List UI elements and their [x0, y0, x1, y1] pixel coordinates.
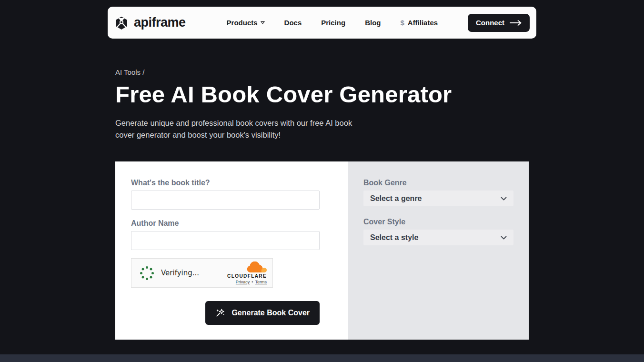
book-genre-label: Book Genre	[363, 179, 407, 187]
author-name-input[interactable]	[131, 231, 320, 250]
nav-links: Products Docs Pricing Blog $Affiliates	[227, 19, 438, 27]
form-section: What's the book title? Author Name Verif…	[115, 161, 348, 340]
nav-item-blog[interactable]: Blog	[365, 19, 381, 27]
dollar-icon: $	[400, 19, 404, 27]
top-navbar: apiframe Products Docs Pricing Blog $Aff…	[108, 7, 536, 39]
cloudflare-wordmark: CLOUDFLARE	[227, 273, 267, 279]
cloudflare-turnstile-widget[interactable]: Verifying... CLOUDFLARE Privacy •	[131, 258, 273, 288]
nav-item-docs[interactable]: Docs	[284, 19, 302, 27]
chevron-down-icon	[501, 236, 507, 240]
arrow-right-icon	[510, 20, 522, 26]
brand-logo[interactable]: apiframe	[114, 15, 186, 30]
nav-item-products[interactable]: Products	[227, 19, 265, 27]
cover-style-select[interactable]: Select a style	[363, 230, 513, 245]
footer-strip	[0, 354, 644, 362]
link-separator: •	[252, 280, 253, 284]
cover-style-label: Cover Style	[363, 218, 513, 226]
chevron-down-icon	[261, 21, 265, 24]
apiframe-cube-icon	[114, 16, 129, 30]
brand-name: apiframe	[134, 15, 186, 30]
verifying-spinner-icon	[140, 266, 154, 280]
page-subtitle: Generate unique and professional book co…	[115, 117, 361, 141]
cloudflare-cloud-icon	[247, 261, 267, 273]
chevron-down-icon	[501, 197, 507, 201]
page-title: Free AI Book Cover Generator	[115, 82, 529, 107]
book-title-input[interactable]	[131, 191, 320, 210]
captcha-status: Verifying...	[161, 269, 199, 277]
generate-book-cover-button[interactable]: Generate Book Cover	[205, 301, 320, 325]
author-name-label: Author Name	[131, 219, 320, 228]
book-genre-select[interactable]: Select a genre	[363, 191, 513, 206]
terms-link[interactable]: Terms	[255, 280, 267, 284]
nav-item-pricing[interactable]: Pricing	[321, 19, 345, 27]
nav-item-affiliates[interactable]: $Affiliates	[400, 19, 438, 27]
privacy-link[interactable]: Privacy	[236, 280, 250, 284]
book-title-label: What's the book title?	[131, 179, 320, 187]
magic-wand-icon	[215, 308, 226, 318]
connect-button[interactable]: Connect	[468, 14, 530, 32]
generator-card: What's the book title? Author Name Verif…	[115, 161, 529, 340]
breadcrumb[interactable]: AI Tools /	[115, 68, 529, 76]
options-section: Book Genre Select a genre Cover Style Se…	[348, 161, 529, 340]
